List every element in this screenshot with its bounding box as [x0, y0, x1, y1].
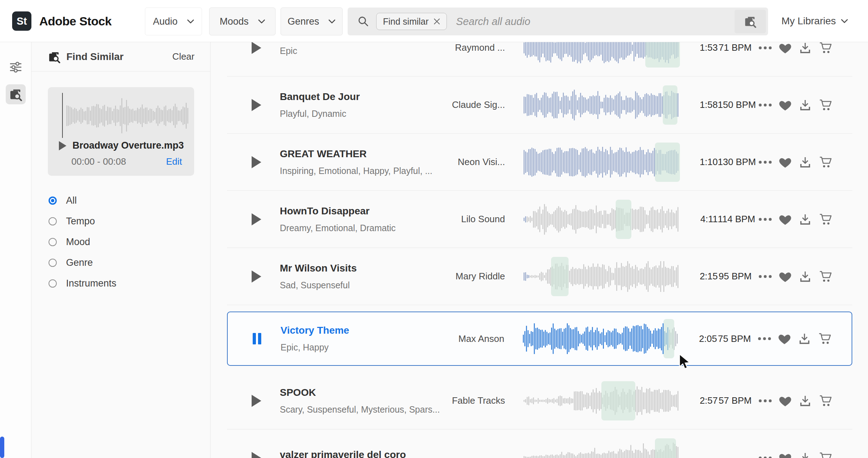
track-artist[interactable]: Neon Visi...: [437, 156, 505, 168]
add-to-cart-button[interactable]: [818, 452, 834, 458]
download-button[interactable]: [798, 156, 812, 168]
radio-icon[interactable]: [49, 238, 57, 246]
media-type-dropdown[interactable]: Audio: [145, 8, 202, 35]
track-title[interactable]: Banquet De Jour: [280, 91, 437, 103]
similarity-radio-mood[interactable]: Mood: [49, 232, 210, 252]
track-row[interactable]: HownTo Disappear Dreamy, Emotional, Dram…: [227, 191, 852, 248]
favorite-button[interactable]: [778, 156, 792, 168]
favorite-button[interactable]: [778, 270, 792, 283]
track-row[interactable]: SPOOK Scary, Suspenseful, Mysterious, Sp…: [227, 372, 852, 429]
search-input[interactable]: Find similar Search all audio: [348, 8, 768, 35]
similarity-radio-instruments[interactable]: Instruments: [49, 273, 210, 294]
close-icon[interactable]: [434, 18, 440, 25]
play-button[interactable]: [250, 269, 263, 284]
download-button[interactable]: [798, 42, 812, 54]
radio-icon[interactable]: [49, 196, 57, 205]
track-bpm: 71 BPM: [718, 42, 752, 53]
radio-icon[interactable]: [49, 259, 57, 267]
track-row[interactable]: valzer primaverile del coro: [227, 429, 852, 458]
play-button[interactable]: [250, 394, 263, 408]
track-row[interactable]: Epic Raymond ... 1:53 71 BPM: [227, 42, 852, 76]
play-button[interactable]: [250, 212, 263, 226]
radio-icon[interactable]: [49, 217, 57, 225]
more-options-button[interactable]: [757, 399, 773, 403]
download-button[interactable]: [798, 99, 812, 111]
more-options-button[interactable]: [757, 274, 773, 279]
moods-dropdown[interactable]: Moods: [209, 8, 276, 35]
more-options-button[interactable]: [757, 160, 773, 164]
reference-waveform[interactable]: [58, 92, 184, 139]
track-title[interactable]: Victory Theme: [281, 325, 436, 336]
track-artist[interactable]: Lilo Sound: [437, 214, 505, 225]
track-row[interactable]: Banquet De Jour Playful, Dynamic Claude …: [227, 76, 852, 134]
radio-icon[interactable]: [49, 279, 57, 288]
add-to-cart-button[interactable]: [818, 156, 834, 169]
track-waveform[interactable]: [522, 322, 679, 355]
track-row[interactable]: Victory Theme Epic, Happy Max Anson 2:05…: [227, 312, 852, 366]
download-button[interactable]: [797, 333, 812, 345]
add-to-cart-button[interactable]: [818, 213, 834, 226]
more-options-button[interactable]: [757, 456, 773, 458]
play-button[interactable]: [251, 332, 263, 346]
track-waveform[interactable]: [523, 42, 680, 64]
find-similar-chip[interactable]: Find similar: [376, 13, 447, 30]
track-waveform[interactable]: [523, 89, 680, 121]
download-button[interactable]: [798, 270, 812, 283]
play-button[interactable]: [250, 155, 263, 169]
play-button[interactable]: [250, 98, 263, 112]
favorite-button[interactable]: [778, 395, 792, 407]
track-title[interactable]: valzer primaverile del coro: [280, 449, 437, 458]
track-artist[interactable]: Claude Sig...: [437, 99, 505, 110]
favorite-button[interactable]: [778, 42, 792, 54]
more-options-button[interactable]: [757, 337, 772, 341]
play-button[interactable]: [250, 42, 263, 55]
more-options-button[interactable]: [757, 46, 773, 50]
edit-link[interactable]: Edit: [166, 156, 182, 167]
play-icon: [251, 98, 262, 112]
more-options-button[interactable]: [757, 217, 773, 221]
add-to-cart-button[interactable]: [817, 332, 833, 345]
favorite-button[interactable]: [778, 99, 792, 111]
track-waveform[interactable]: [523, 442, 680, 458]
favorite-button[interactable]: [777, 333, 792, 345]
genres-dropdown[interactable]: Genres: [281, 8, 343, 35]
track-waveform[interactable]: [523, 203, 680, 236]
track-artist[interactable]: Fable Tracks: [437, 395, 505, 406]
filters-button[interactable]: [6, 57, 26, 77]
track-tags: Inspiring, Emotional, Happy, Playful, ..…: [280, 166, 437, 176]
play-icon[interactable]: [58, 141, 67, 151]
add-to-cart-button[interactable]: [818, 270, 834, 283]
scrollbar-thumb[interactable]: [0, 437, 4, 458]
download-button[interactable]: [798, 213, 812, 225]
track-title[interactable]: SPOOK: [280, 387, 437, 398]
add-to-cart-button[interactable]: [818, 42, 834, 54]
track-row[interactable]: Mr Wilson Visits Sad, Suspenseful Mary R…: [227, 248, 852, 305]
track-row[interactable]: GREAT WEATHER Inspiring, Emotional, Happ…: [227, 134, 852, 191]
track-title[interactable]: Mr Wilson Visits: [280, 263, 437, 274]
find-similar-panel-button[interactable]: [6, 84, 26, 104]
track-artist[interactable]: Max Anson: [436, 333, 504, 344]
track-waveform[interactable]: [523, 146, 680, 179]
download-button[interactable]: [798, 452, 812, 458]
play-button[interactable]: [250, 451, 263, 458]
favorite-button[interactable]: [778, 452, 792, 458]
add-to-cart-button[interactable]: [818, 394, 834, 407]
track-title[interactable]: HownTo Disappear: [280, 205, 437, 217]
track-waveform[interactable]: [523, 384, 680, 417]
track-title[interactable]: GREAT WEATHER: [280, 148, 437, 160]
track-artist[interactable]: Raymond ...: [437, 42, 505, 53]
favorite-button[interactable]: [778, 213, 792, 225]
search-by-audio-button[interactable]: [735, 10, 766, 33]
adobe-stock-logo-icon[interactable]: St: [12, 11, 31, 31]
similarity-radio-tempo[interactable]: Tempo: [49, 211, 210, 232]
more-options-button[interactable]: [757, 103, 773, 107]
track-waveform[interactable]: [523, 260, 680, 293]
track-artist[interactable]: Mary Riddle: [437, 271, 505, 282]
my-libraries-dropdown[interactable]: My Libraries: [782, 0, 848, 42]
similarity-radio-all[interactable]: All: [49, 190, 210, 211]
download-button[interactable]: [798, 395, 812, 407]
similarity-radio-genre[interactable]: Genre: [49, 252, 210, 273]
download-icon: [799, 99, 812, 111]
clear-button[interactable]: Clear: [172, 51, 195, 62]
add-to-cart-button[interactable]: [818, 99, 834, 111]
